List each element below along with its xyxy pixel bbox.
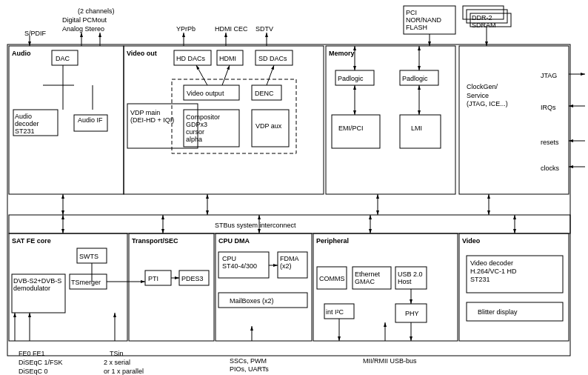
2x-serial-label: 2 x serial xyxy=(104,359,130,366)
tsmerger-label: TSmerger xyxy=(71,279,101,286)
label-sdtv: SDTV xyxy=(255,25,273,33)
padlogic2-label: Padlogic xyxy=(402,75,428,82)
irqs-label: IRQs xyxy=(541,104,556,111)
sat-fe-label: SAT FE core xyxy=(12,237,51,245)
vdp-aux-label: VDP aux xyxy=(255,122,282,130)
audio-decoder-label1: Audio xyxy=(15,113,32,120)
audio-decoder-label2: decoder xyxy=(15,120,39,127)
video-out-label: Video out xyxy=(127,50,157,57)
compositor-label2: GDPx3 xyxy=(186,121,207,128)
diseqc-0-label: DiSEqC 0 xyxy=(19,368,48,375)
pci-nor-label3: FLASH xyxy=(406,24,427,31)
cpu-dma-label: CPU DMA xyxy=(218,237,250,245)
stbus-label: STBus system interconnect xyxy=(215,222,296,229)
transport-block xyxy=(129,233,214,341)
ddr2-label2: SDRAM xyxy=(472,21,496,29)
sd-dacs-label: SD DACs xyxy=(258,55,287,62)
comms-label: COMMS xyxy=(319,275,345,282)
compositor-label3: cursor xyxy=(186,128,204,136)
clockgen-label2: Service xyxy=(467,92,489,99)
pci-nor-label2: NOR/NAND xyxy=(406,16,442,24)
cpu-dma-block xyxy=(216,233,312,341)
ethernet-label2: GMAC xyxy=(355,278,375,285)
resets-label: resets xyxy=(541,139,559,146)
or-1x-label: or 1 x parallel xyxy=(104,368,144,375)
vid-hdmi-arrow xyxy=(222,65,230,85)
fdma-label2: (x2) xyxy=(280,262,292,270)
label-yrprpb: YPrPb xyxy=(176,25,196,33)
phy-label: PHY xyxy=(405,310,419,317)
label-hdmi-cec: HDMI CEC xyxy=(215,25,248,33)
hd-dacs-label: HD DACs xyxy=(176,55,206,62)
memory-label: Memory xyxy=(329,50,355,57)
sscs-pwm-label: SSCs, PWM xyxy=(230,357,267,365)
emi-pci-label1: EMI/PCI xyxy=(338,125,364,132)
peripheral-label: Peripheral xyxy=(316,237,349,245)
audio-label: Audio xyxy=(12,50,31,57)
tsin-label: TSin xyxy=(110,350,124,357)
ddr2-label1: DDR-2 xyxy=(472,14,492,21)
video-decoder-label3: ST231 xyxy=(470,276,490,283)
pci-nor-label1: PCI xyxy=(406,9,417,16)
usb-label2: Host xyxy=(398,278,412,285)
hdmi-label: HDMI xyxy=(219,55,236,62)
ethernet-label1: Ethernet xyxy=(355,271,381,278)
fe0-fe1-label: FE0 FE1 xyxy=(19,350,45,357)
compositor-label1: Compositor xyxy=(186,113,220,121)
label-2channels: (2 channels) xyxy=(78,7,115,15)
video-bottom-label: Video xyxy=(462,237,481,245)
video-decoder-label1: Video decoder xyxy=(470,259,513,267)
jtag-label: JTAG xyxy=(541,72,557,79)
clockgen-label1: ClockGen/ xyxy=(467,83,498,90)
blitter-label: Blitter display xyxy=(478,308,518,316)
cpu-label2: ST40-4/300 xyxy=(222,262,257,270)
dvb-label2: demodulator xyxy=(13,285,50,292)
padlogic1-label: Padlogic xyxy=(338,75,364,82)
vid-hd-dacs-arrow xyxy=(196,65,207,85)
clockgen-outer xyxy=(459,46,569,194)
swts-label: SWTS xyxy=(79,253,98,260)
dvb-label1: DVB-S2+DVB-S xyxy=(13,277,61,285)
audio-if-label1: Audio IF xyxy=(78,116,103,124)
int-i2c-label: int I²C xyxy=(326,308,344,316)
mii-rmii-label: MII/RMII USB-bus xyxy=(363,357,417,365)
dac-label: DAC xyxy=(56,55,70,62)
diseqc-1fsk-label: DiSEqC 1/FSK xyxy=(19,359,63,366)
vdp-main-label1: VDP main xyxy=(130,109,160,116)
denc-label: DENC xyxy=(255,90,274,97)
label-digital-pcmout: Digital PCMout xyxy=(62,16,107,24)
clockgen-label3: (JTAG, ICE...) xyxy=(467,100,508,107)
label-analog-stereo: Analog Stereo xyxy=(62,25,104,33)
video-decoder-label2: H.264/VC-1 HD xyxy=(470,268,517,275)
label-spdif: S/PDIF xyxy=(24,30,47,37)
transport-label: Transport/SEC xyxy=(132,237,178,245)
lmi-label: LMI xyxy=(411,125,422,132)
compositor-label4: alpha xyxy=(186,136,202,143)
denc-sddacs-arrow xyxy=(267,65,274,85)
audio-decoder-label3: ST231 xyxy=(15,127,35,135)
fdma-label1: FDMA xyxy=(280,255,299,262)
memory-block xyxy=(326,46,455,194)
pdes3-label: PDES3 xyxy=(181,275,204,282)
video-bottom-block xyxy=(459,233,569,341)
cpu-label1: CPU xyxy=(222,255,236,262)
video-output-label: Video output xyxy=(187,90,224,97)
vdp-main-label2: (DEI-HD + IQI) xyxy=(130,116,174,124)
mailboxes-label: MailBoxes (x2) xyxy=(230,297,274,305)
diagram-container: (2 channels) Digital PCMout Analog Stere… xyxy=(0,0,588,375)
usb-label1: USB 2.0 xyxy=(398,271,423,278)
clocks-label: clocks xyxy=(541,165,560,172)
pti-label: PTI xyxy=(148,275,158,282)
pios-uarts-label: PIOs, UARTs xyxy=(230,365,269,373)
